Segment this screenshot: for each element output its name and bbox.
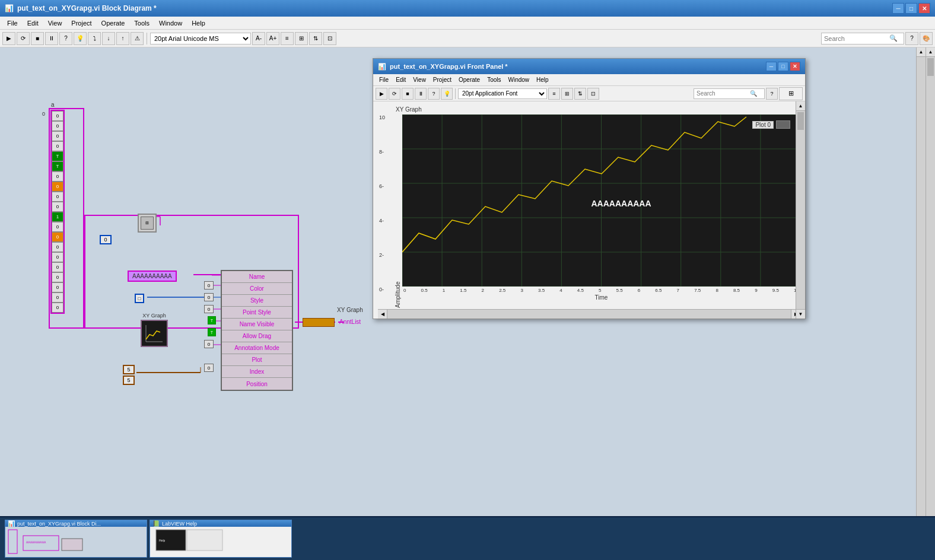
step-out-btn[interactable]: ↑: [116, 32, 129, 45]
fp-close-btn[interactable]: ✕: [790, 62, 800, 71]
window-icon: 📊: [5, 4, 14, 12]
fp-search-input[interactable]: [697, 90, 750, 97]
fp-cleanup-btn[interactable]: ⊡: [587, 88, 599, 100]
menu-project[interactable]: Project: [66, 18, 96, 28]
fp-scroll-thumb[interactable]: [797, 112, 804, 130]
fp-search-icon[interactable]: 🔍: [750, 90, 757, 97]
x-tick-75: 7.5: [694, 288, 701, 293]
right-scroll-thumb[interactable]: [927, 58, 934, 76]
stop-btn[interactable]: ■: [31, 32, 44, 45]
taskbar-preview-svg-help: Help: [150, 527, 291, 558]
reorder-btn[interactable]: ⇅: [309, 32, 322, 45]
warn-btn[interactable]: ⚠: [131, 32, 144, 45]
menu-help[interactable]: Help: [187, 18, 210, 28]
output-terminal-bar: [303, 318, 335, 327]
input-zero-color: 0: [204, 281, 214, 289]
fp-stop-btn[interactable]: ■: [402, 88, 414, 100]
fp-menu-help[interactable]: Help: [533, 76, 552, 84]
fp-scroll-left[interactable]: ◀: [378, 310, 387, 319]
menu-file[interactable]: File: [2, 18, 23, 28]
fp-scroll-down[interactable]: ▼: [796, 309, 805, 319]
xy-graph-node-label: XY Graph: [141, 313, 168, 319]
menu-view[interactable]: View: [43, 18, 67, 28]
dist-btn[interactable]: ⊞: [295, 32, 308, 45]
search-box: 🔍: [821, 33, 904, 44]
array-cells: 0 0 0 0 T T 0: [50, 110, 65, 314]
svg-rect-17: [144, 323, 165, 344]
svg-rect-42: [62, 539, 82, 551]
y-tick-6: 6-: [379, 183, 393, 189]
align-btn[interactable]: ≡: [281, 32, 294, 45]
taskbar-item-blockdiagram[interactable]: 📊 put_text_on_XYGrapg.vi Block Di... AAA…: [5, 520, 147, 558]
taskbar-header-blockdiagram: 📊 put_text_on_XYGrapg.vi Block Di...: [5, 520, 147, 527]
fp-run-btn[interactable]: ▶: [376, 88, 387, 100]
font-size-inc[interactable]: A+: [266, 32, 279, 45]
fp-vscrollbar[interactable]: ▲ ▼: [796, 101, 805, 319]
step-into-btn[interactable]: ↓: [102, 32, 115, 45]
step-over-btn[interactable]: ⤵: [88, 32, 101, 45]
fp-minimize-btn[interactable]: ─: [766, 62, 777, 71]
menu-edit[interactable]: Edit: [23, 18, 43, 28]
font-selector[interactable]: 20pt Arial Unicode MS: [150, 33, 251, 44]
run-arrow-btn[interactable]: ▶: [2, 32, 15, 45]
x-tick-45: 4.5: [577, 288, 584, 293]
taskbar-item-help[interactable]: 📗 LabVIEW Help Help: [150, 520, 292, 558]
fp-scroll-up[interactable]: ▲: [796, 101, 805, 111]
fp-menu-view[interactable]: View: [409, 76, 430, 84]
help-context-btn[interactable]: ?: [905, 32, 918, 45]
fp-highlight-btn[interactable]: 💡: [441, 88, 453, 100]
fp-palette-btn[interactable]: ⊞: [779, 87, 803, 100]
pause-btn[interactable]: ⏸: [45, 32, 58, 45]
fp-run-cont-btn[interactable]: ⟳: [389, 88, 400, 100]
fp-reorder-btn[interactable]: ⇅: [574, 88, 586, 100]
search-input[interactable]: [824, 35, 889, 42]
fp-menu-project[interactable]: Project: [430, 76, 455, 84]
arr-cell-10: 1: [52, 212, 63, 222]
menu-tools[interactable]: Tools: [129, 18, 154, 28]
right-scrollbar[interactable]: ▲: [926, 47, 935, 560]
arr-cell-2: 0: [52, 131, 63, 141]
fp-help-ctx-btn[interactable]: ?: [766, 88, 778, 100]
cleanup-btn[interactable]: ⊡: [323, 32, 336, 45]
x-tick-3: 3: [520, 288, 523, 293]
fp-pause-btn[interactable]: ⏸: [415, 88, 427, 100]
taskbar-header-help: 📗 LabVIEW Help: [150, 520, 291, 527]
scroll-up-arrow[interactable]: ▲: [917, 47, 926, 57]
menu-window[interactable]: Window: [154, 18, 187, 28]
x-axis-label: Time: [402, 294, 800, 301]
highlight-btn[interactable]: 💡: [74, 32, 87, 45]
maximize-button[interactable]: □: [905, 3, 917, 14]
palette-btn[interactable]: 🎨: [920, 32, 933, 45]
fp-hscrollbar[interactable]: ◀ ▶: [378, 309, 800, 319]
right-scroll-up[interactable]: ▲: [926, 47, 935, 57]
minimize-button[interactable]: ─: [892, 3, 904, 14]
arr-cell-17: 0: [52, 282, 63, 292]
fp-menu-operate[interactable]: Operate: [455, 76, 484, 84]
fp-menu-tools[interactable]: Tools: [484, 76, 504, 84]
x-tick-15: 1.5: [460, 288, 466, 293]
fp-align-btn[interactable]: ≡: [548, 88, 560, 100]
main-toolbar: ▶ ⟳ ■ ⏸ ? 💡 ⤵ ↓ ↑ ⚠ 20pt Arial Unicode M…: [0, 30, 935, 47]
run-cont-btn[interactable]: ⟳: [17, 32, 30, 45]
input-bool-namevisible: T: [208, 316, 216, 324]
font-size-dec[interactable]: A-: [252, 32, 265, 45]
fp-menu-edit[interactable]: Edit: [392, 76, 409, 84]
fp-maximize-btn[interactable]: □: [778, 62, 788, 71]
main-scrollbar-right[interactable]: ▲ ▼: [916, 47, 926, 560]
fp-menu-file[interactable]: File: [376, 76, 392, 84]
y-axis-label: Amplitude: [395, 114, 401, 308]
arr-cell-15: 0: [52, 262, 63, 272]
fp-dist-btn[interactable]: ⊞: [561, 88, 573, 100]
fp-font-selector[interactable]: 20pt Application Font: [458, 88, 547, 99]
help-btn[interactable]: ?: [59, 32, 72, 45]
fp-sep: [455, 88, 456, 99]
string-constant: AAAAAAAAAA: [128, 271, 177, 282]
search-icon[interactable]: 🔍: [889, 34, 898, 42]
fp-menu-window[interactable]: Window: [504, 76, 533, 84]
array-a-label: a: [51, 101, 55, 108]
prop-label-style: Style: [250, 297, 263, 304]
fp-help-btn[interactable]: ?: [428, 88, 440, 100]
close-button[interactable]: ✕: [918, 3, 930, 14]
input-zero-pointstyle: 0: [204, 305, 214, 313]
menu-operate[interactable]: Operate: [97, 18, 130, 28]
